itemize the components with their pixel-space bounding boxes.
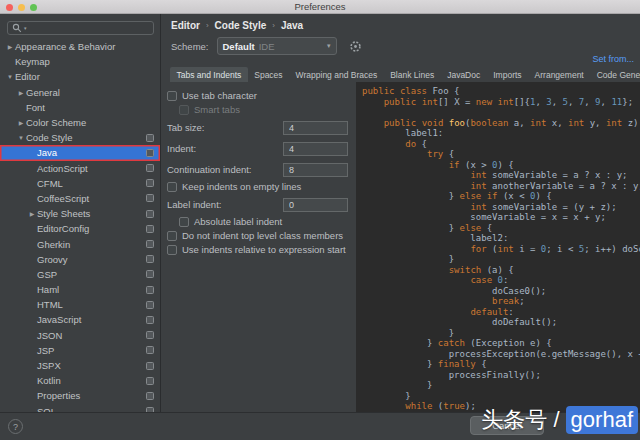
code-line: [362, 107, 640, 118]
tab-code-generation[interactable]: Code Generation: [590, 67, 640, 82]
input-label-indent[interactable]: [283, 198, 348, 212]
checkbox-use-indents-relative-to-expression-start[interactable]: [167, 245, 177, 255]
sidebar-item-keymap[interactable]: Keymap: [0, 54, 160, 69]
tab-javadoc[interactable]: JavaDoc: [441, 67, 487, 82]
sidebar-item-label: Kotlin: [37, 375, 61, 386]
input-indent[interactable]: [283, 142, 348, 156]
tab-blank-lines[interactable]: Blank Lines: [384, 67, 441, 82]
help-button[interactable]: ?: [8, 419, 23, 434]
sidebar-item-style-sheets[interactable]: ▶Style Sheets: [0, 206, 160, 221]
sidebar-item-json[interactable]: JSON: [0, 328, 160, 343]
code-line: } else if (x < 0) {: [362, 191, 640, 202]
sidebar-item-jspx[interactable]: JSPX: [0, 358, 160, 373]
checkbox-label: Keep indents on empty lines: [182, 181, 301, 192]
sidebar-item-editorconfig[interactable]: EditorConfig: [0, 221, 160, 236]
sidebar-item-label: CoffeeScript: [37, 193, 89, 204]
sidebar-item-color-scheme[interactable]: ▶Color Scheme: [0, 115, 160, 130]
per-language-settings-icon: [146, 301, 154, 309]
code-line: } catch (Exception e) {: [362, 338, 640, 349]
breadcrumb-item-code-style[interactable]: Code Style: [215, 20, 267, 31]
code-line: int anotherVariable = a ? x : y;: [362, 181, 640, 192]
checkbox-label: Use tab character: [182, 90, 257, 101]
sidebar-item-html[interactable]: HTML: [0, 297, 160, 312]
checkbox-keep-indents-on-empty-lines[interactable]: [167, 182, 177, 192]
code-line: switch (a) {: [362, 265, 640, 276]
checkbox-absolute-label-indent[interactable]: [179, 217, 189, 227]
sidebar-tree: ▶Appearance & BehaviorKeymap▼Editor▶Gene…: [0, 39, 160, 412]
code-line: processFinally();: [362, 370, 640, 381]
code-line: } finally {: [362, 359, 640, 370]
sidebar-item-code-style[interactable]: ▼Code Style: [0, 130, 160, 145]
sidebar-item-label: Groovy: [37, 254, 68, 265]
sidebar-item-appearance-behavior[interactable]: ▶Appearance & Behavior: [0, 39, 160, 54]
tree-collapsed-icon[interactable]: ▶: [5, 43, 15, 50]
sidebar-item-general[interactable]: ▶General: [0, 85, 160, 100]
per-language-settings-icon: [146, 225, 154, 233]
tree-collapsed-icon[interactable]: ▶: [27, 210, 37, 217]
tab-imports[interactable]: Imports: [487, 67, 528, 82]
sidebar-item-jsp[interactable]: JSP: [0, 343, 160, 358]
watermark-prefix: 头条号 /: [481, 405, 565, 435]
scheme-selected-suffix: IDE: [259, 41, 275, 52]
tab-tabs-and-indents[interactable]: Tabs and Indents: [170, 67, 248, 82]
checkbox-label: Do not indent top level class members: [182, 230, 343, 241]
sidebar-item-gsp[interactable]: GSP: [0, 267, 160, 282]
sidebar-item-actionscript[interactable]: ActionScript: [0, 161, 160, 176]
sidebar-item-gherkin[interactable]: Gherkin: [0, 236, 160, 251]
field-label: Indent:: [167, 143, 196, 154]
sidebar-item-label: JSP: [37, 345, 54, 356]
tree-expanded-icon[interactable]: ▼: [5, 74, 15, 80]
checkbox-use-tab-character[interactable]: [167, 91, 177, 101]
code-line: public class Foo {: [362, 86, 640, 97]
tab-wrapping-and-braces[interactable]: Wrapping and Braces: [289, 67, 384, 82]
watermark-highlight: gorhaf: [566, 406, 638, 434]
code-line: if (x > 0) {: [362, 160, 640, 171]
sidebar-item-javascript[interactable]: JavaScript: [0, 312, 160, 327]
zoom-window-icon[interactable]: [30, 4, 37, 11]
sidebar-item-properties[interactable]: Properties: [0, 388, 160, 403]
sidebar-item-haml[interactable]: Haml: [0, 282, 160, 297]
watermark: 头条号 / gorhaf: [481, 405, 638, 435]
titlebar[interactable]: Preferences: [0, 0, 640, 14]
sidebar-item-groovy[interactable]: Groovy: [0, 252, 160, 267]
scheme-actions-button[interactable]: [349, 40, 362, 53]
code-line: default:: [362, 307, 640, 318]
set-from-link[interactable]: Set from...: [592, 54, 634, 64]
checkbox-row-use-indents-relative-to-expression-start: Use indents relative to expression start: [167, 243, 352, 257]
sidebar-item-font[interactable]: Font: [0, 100, 160, 115]
close-window-icon[interactable]: [6, 4, 13, 11]
tab-arrangement[interactable]: Arrangement: [528, 67, 590, 82]
sidebar-item-label: EditorConfig: [37, 223, 89, 234]
scheme-select[interactable]: Default IDE ▾: [217, 37, 337, 55]
code-preview: public class Foo { public int[] X = new …: [356, 82, 640, 412]
traffic-lights: [6, 4, 37, 11]
sidebar-item-kotlin[interactable]: Kotlin: [0, 373, 160, 388]
breadcrumb-item-editor[interactable]: Editor: [171, 20, 200, 31]
sidebar-item-cfml[interactable]: CFML: [0, 176, 160, 191]
checkbox-row-do-not-indent-top-level-class-members: Do not indent top level class members: [167, 229, 352, 243]
scheme-row: Scheme: Default IDE ▾: [171, 36, 362, 56]
sidebar-item-label: HTML: [37, 299, 63, 310]
checkbox-do-not-indent-top-level-class-members[interactable]: [167, 231, 177, 241]
input-tab-size[interactable]: [283, 121, 348, 135]
tab-spaces[interactable]: Spaces: [248, 67, 289, 82]
field-row-continuation-indent: Continuation indent:: [167, 159, 352, 180]
tree-expanded-icon[interactable]: ▼: [16, 135, 26, 141]
sidebar-item-java[interactable]: Java: [0, 145, 160, 160]
sidebar-item-sql[interactable]: SQL: [0, 404, 160, 413]
search-icon: [12, 23, 22, 33]
sidebar-item-coffeescript[interactable]: CoffeeScript: [0, 191, 160, 206]
settings-search-input[interactable]: ▾: [7, 21, 154, 35]
checkbox-smart-tabs[interactable]: [179, 105, 189, 115]
sidebar-item-editor[interactable]: ▼Editor: [0, 69, 160, 84]
main-panel: Editor›Code Style›Java Scheme: Default I…: [160, 14, 640, 412]
per-language-settings-icon: [146, 179, 154, 187]
search-history-arrow-icon[interactable]: ▾: [24, 26, 27, 31]
tree-collapsed-icon[interactable]: ▶: [16, 119, 26, 126]
tree-collapsed-icon[interactable]: ▶: [16, 89, 26, 96]
breadcrumb-item-java[interactable]: Java: [281, 20, 303, 31]
code-line: someVariable = x = x + y;: [362, 212, 640, 223]
input-continuation-indent[interactable]: [283, 163, 348, 177]
minimize-window-icon[interactable]: [18, 4, 25, 11]
checkbox-label: Smart tabs: [194, 104, 240, 115]
